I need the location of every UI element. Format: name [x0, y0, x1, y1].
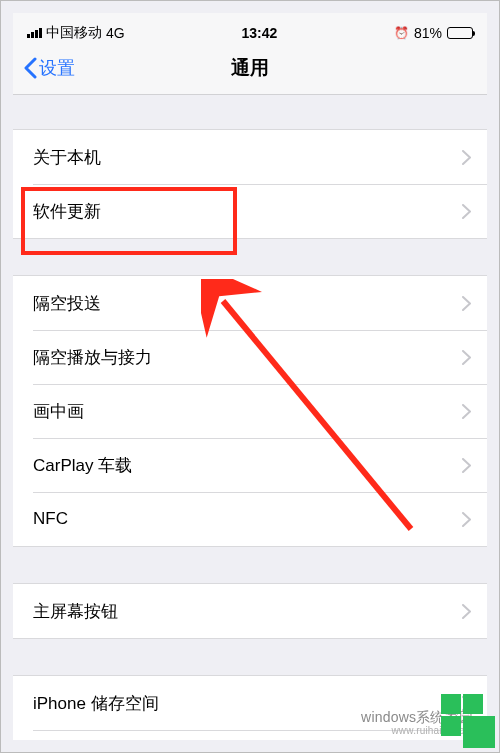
- row-label: 主屏幕按钮: [33, 600, 118, 623]
- row-airplay-handoff[interactable]: 隔空播放与接力: [13, 330, 487, 384]
- row-label: 关于本机: [33, 146, 101, 169]
- signal-icon: [27, 28, 42, 38]
- battery-percent: 81%: [414, 25, 442, 41]
- status-left: 中国移动 4G: [27, 24, 125, 42]
- group-0: 关于本机 软件更新: [13, 129, 487, 239]
- row-pip[interactable]: 画中画: [13, 384, 487, 438]
- row-label: 隔空投送: [33, 292, 101, 315]
- status-right: ⏰ 81%: [394, 25, 473, 41]
- group-1: 隔空投送 隔空播放与接力 画中画 CarPlay 车载 NFC: [13, 275, 487, 547]
- row-carplay[interactable]: CarPlay 车载: [13, 438, 487, 492]
- row-label: iPhone 储存空间: [33, 692, 159, 715]
- phone-screen: 中国移动 4G 13:42 ⏰ 81% 设置 通用: [13, 13, 487, 740]
- back-label: 设置: [39, 56, 75, 80]
- group-2: 主屏幕按钮: [13, 583, 487, 639]
- chevron-right-icon: [462, 150, 471, 165]
- row-label: 隔空播放与接力: [33, 346, 152, 369]
- alarm-icon: ⏰: [394, 26, 409, 40]
- network-label: 4G: [106, 25, 125, 41]
- chevron-right-icon: [462, 512, 471, 527]
- row-label: CarPlay 车载: [33, 454, 132, 477]
- clock: 13:42: [241, 25, 277, 41]
- carrier-label: 中国移动: [46, 24, 102, 42]
- screenshot-frame: 中国移动 4G 13:42 ⏰ 81% 设置 通用: [0, 0, 500, 753]
- chevron-right-icon: [462, 604, 471, 619]
- row-about[interactable]: 关于本机: [13, 130, 487, 184]
- row-label: 画中画: [33, 400, 84, 423]
- chevron-right-icon: [462, 458, 471, 473]
- chevron-right-icon: [462, 204, 471, 219]
- chevron-right-icon: [462, 350, 471, 365]
- settings-list: 关于本机 软件更新 隔空投送 隔空播放与接力: [13, 95, 487, 740]
- row-software-update[interactable]: 软件更新: [13, 184, 487, 238]
- row-nfc[interactable]: NFC: [13, 492, 487, 546]
- row-label: 软件更新: [33, 200, 101, 223]
- status-bar: 中国移动 4G 13:42 ⏰ 81%: [13, 13, 487, 41]
- row-label: NFC: [33, 509, 68, 529]
- chevron-left-icon: [23, 57, 37, 79]
- row-home-button[interactable]: 主屏幕按钮: [13, 584, 487, 638]
- nav-bar: 设置 通用: [13, 41, 487, 95]
- page-title: 通用: [13, 55, 487, 81]
- back-button[interactable]: 设置: [23, 56, 75, 80]
- battery-icon: [447, 27, 473, 39]
- row-airdrop[interactable]: 隔空投送: [13, 276, 487, 330]
- watermark-logo-icon: [441, 694, 495, 748]
- chevron-right-icon: [462, 404, 471, 419]
- chevron-right-icon: [462, 296, 471, 311]
